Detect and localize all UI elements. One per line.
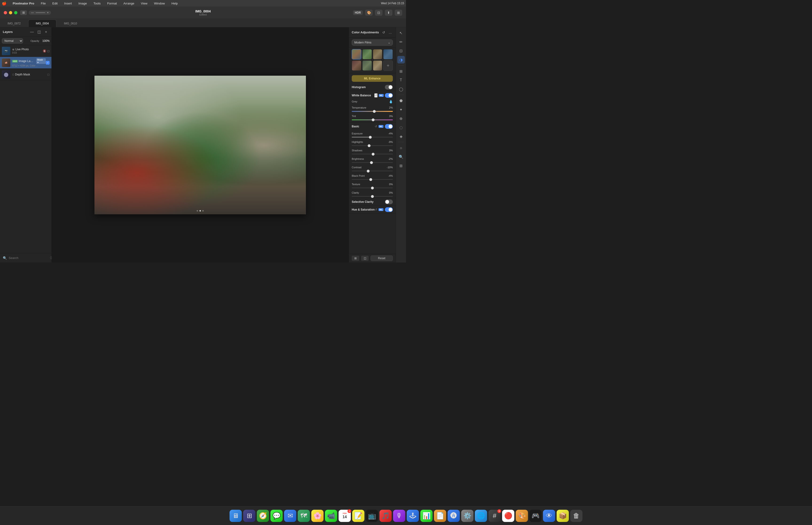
color-profile-button[interactable]: 🎨 xyxy=(365,10,373,16)
menu-file[interactable]: File xyxy=(40,1,47,6)
layer-hide-icon[interactable]: ◻ xyxy=(47,49,49,52)
basic-toggle[interactable] xyxy=(385,124,393,129)
texture-thumb[interactable] xyxy=(371,186,374,190)
blur-tool[interactable]: ◌ xyxy=(397,124,405,131)
paint-tool[interactable]: ✏ xyxy=(397,38,405,46)
preset-thumb-4[interactable] xyxy=(383,49,393,59)
brightness-thumb[interactable] xyxy=(370,161,373,164)
exposure-slider[interactable] xyxy=(352,137,393,137)
app-name[interactable]: Pixelmator Pro xyxy=(11,1,36,6)
selective-clarity-toggle[interactable] xyxy=(385,199,393,204)
layers-options-button[interactable]: — xyxy=(29,29,34,34)
crop-button[interactable]: ⊡ xyxy=(375,10,383,16)
view-toggle-button[interactable]: ⊞ xyxy=(352,256,359,261)
search-input[interactable] xyxy=(9,256,48,260)
maximize-button[interactable] xyxy=(14,11,17,14)
menu-format[interactable]: Format xyxy=(106,1,118,6)
tab-img0972[interactable]: IMG_0972 xyxy=(0,19,28,27)
contrast-thumb[interactable] xyxy=(367,170,370,172)
white-balance-toggle[interactable] xyxy=(385,93,393,98)
black-point-slider[interactable] xyxy=(352,179,393,180)
menu-view[interactable]: View xyxy=(140,1,149,6)
ml-enhance-button[interactable]: ML Enhance xyxy=(352,75,393,82)
layers-group-button[interactable]: ◫ xyxy=(36,29,42,34)
type-tool[interactable]: T xyxy=(397,76,405,84)
gradient-tool[interactable]: ⬟ xyxy=(397,97,405,104)
canvas-dot-2[interactable] xyxy=(199,210,201,211)
blend-mode-select[interactable]: Normal xyxy=(2,38,23,44)
color-adj-options-btn[interactable]: … xyxy=(388,30,393,35)
more-options-button[interactable]: ⊞ xyxy=(395,10,402,16)
heal-tool[interactable]: ✦ xyxy=(397,106,405,113)
preset-thumb-5[interactable] xyxy=(352,60,361,71)
preset-thumb-6[interactable] xyxy=(362,60,372,71)
menu-window[interactable]: Window xyxy=(153,1,166,6)
arrange-tool[interactable]: ⊞ xyxy=(397,162,405,169)
shadows-slider[interactable] xyxy=(352,154,393,154)
texture-slider[interactable] xyxy=(352,188,393,188)
brightness-slider[interactable] xyxy=(352,162,393,163)
layer-item-image-layer[interactable]: 🏙 HDR Image Layer Mask ▾ 5712 × 4284 px,… xyxy=(0,57,51,69)
dodge-tool[interactable]: ☼ xyxy=(397,144,405,152)
temperature-slider-thumb[interactable] xyxy=(373,110,376,113)
preset-thumb-7[interactable] xyxy=(373,60,383,71)
layer-item-live-photo[interactable]: 📷 📽 Live Photo 0:03 🔇 ◻ xyxy=(0,45,51,57)
preset-dropdown[interactable]: Modern Films ⌄ xyxy=(352,40,393,46)
menu-insert[interactable]: Insert xyxy=(63,1,73,6)
black-point-thumb[interactable] xyxy=(369,178,372,181)
clone-tool[interactable]: ⊕ xyxy=(397,115,405,122)
menu-arrange[interactable]: Arrange xyxy=(122,1,136,6)
highlights-slider[interactable] xyxy=(352,145,393,146)
mask-badge[interactable]: Mask ▾ xyxy=(36,58,46,64)
preset-thumb-3[interactable] xyxy=(373,49,383,59)
compare-button[interactable]: ◫ xyxy=(361,256,369,261)
color-adj-reset-btn[interactable]: ↺ xyxy=(381,30,386,35)
zoom-control[interactable]: —+ xyxy=(29,11,51,15)
color-adj-tool[interactable]: ◑ xyxy=(397,56,405,63)
canvas-dot-3[interactable] xyxy=(202,210,204,211)
sidebar-toggle-button[interactable]: ⊞ xyxy=(20,10,27,15)
crop-tool[interactable]: ⊞ xyxy=(397,68,405,75)
share-button[interactable]: ⬆ xyxy=(385,10,393,16)
layer-check-icon[interactable]: ✓ xyxy=(46,61,49,65)
minimize-button[interactable] xyxy=(9,11,12,14)
apple-menu[interactable]: 🍎 xyxy=(2,1,6,6)
reset-button[interactable]: Reset xyxy=(370,255,393,261)
layer-visibility-icon[interactable]: 🔇 xyxy=(43,49,46,52)
tint-slider-thumb[interactable] xyxy=(372,118,374,121)
preset-thumb-1[interactable] xyxy=(352,49,361,59)
preset-add-button[interactable]: + xyxy=(383,60,393,71)
histogram-toggle[interactable] xyxy=(385,85,393,90)
canvas-dot-1[interactable] xyxy=(197,210,198,211)
hue-sat-toggle[interactable] xyxy=(385,207,393,212)
tint-slider[interactable] xyxy=(352,119,393,120)
tab-img0610[interactable]: IMG_0610 xyxy=(56,19,85,27)
tab-img0004[interactable]: IMG_0004 xyxy=(28,19,56,27)
highlights-thumb[interactable] xyxy=(368,144,370,147)
close-button[interactable] xyxy=(4,11,7,14)
menu-image[interactable]: Image xyxy=(77,1,88,6)
cursor-tool[interactable]: ↖ xyxy=(397,29,405,37)
menu-help[interactable]: Help xyxy=(170,1,179,6)
depth-mask-options[interactable]: ◻ xyxy=(47,73,49,76)
shape-tool[interactable]: ◯ xyxy=(397,85,405,93)
basic-reset-btn[interactable]: ↺ xyxy=(375,125,377,128)
white-balance-reset-btn[interactable]: ↺ xyxy=(374,93,378,97)
layers-add-button[interactable]: + xyxy=(44,29,49,34)
grey-eyedropper-button[interactable]: 💧 xyxy=(389,100,393,103)
hdr-button[interactable]: HDR xyxy=(353,10,363,15)
temperature-slider[interactable] xyxy=(352,111,393,112)
hue-sat-reset-btn[interactable]: ↺ xyxy=(375,208,377,211)
zoom-view-tool[interactable]: 🔍 xyxy=(397,153,405,161)
contrast-slider[interactable] xyxy=(352,170,393,171)
clarity-slider[interactable] xyxy=(352,196,393,197)
preset-thumb-2[interactable] xyxy=(362,49,372,59)
layer-item-depth-mask[interactable]: ⬤ ◻ Depth Mask ◻ xyxy=(0,69,51,80)
select-tool[interactable]: ⊡ xyxy=(397,47,405,55)
shadows-thumb[interactable] xyxy=(372,153,374,155)
sharpen-tool[interactable]: ◈ xyxy=(397,133,405,140)
exposure-thumb[interactable] xyxy=(369,136,372,139)
menu-edit[interactable]: Edit xyxy=(51,1,59,6)
clarity-thumb[interactable] xyxy=(371,195,374,198)
menu-tools[interactable]: Tools xyxy=(92,1,102,6)
